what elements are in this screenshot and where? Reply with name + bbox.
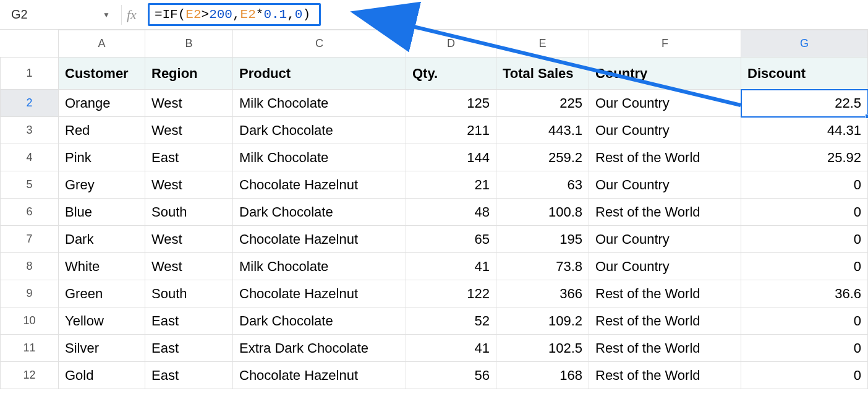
header-cell-G[interactable]: Discount	[741, 58, 868, 90]
cell-D6[interactable]: 48	[406, 199, 496, 226]
column-header-C[interactable]: C	[233, 30, 406, 58]
cell-A11[interactable]: Silver	[59, 335, 145, 362]
cell-A4[interactable]: Pink	[59, 144, 145, 171]
cell-C11[interactable]: Extra Dark Chocolate	[233, 335, 406, 362]
header-cell-F[interactable]: Country	[589, 58, 741, 90]
row-header-3[interactable]: 3	[1, 117, 59, 144]
cell-A2[interactable]: Orange	[59, 90, 145, 117]
cell-A3[interactable]: Red	[59, 117, 145, 144]
cell-B7[interactable]: West	[145, 226, 233, 253]
cell-F8[interactable]: Our Country	[589, 253, 741, 280]
header-cell-C[interactable]: Product	[233, 58, 406, 90]
name-box[interactable]: G2 ▼	[5, 4, 116, 26]
column-header-F[interactable]: F	[589, 30, 741, 58]
cell-D8[interactable]: 41	[406, 253, 496, 280]
cell-E4[interactable]: 259.2	[496, 144, 589, 171]
cell-F4[interactable]: Rest of the World	[589, 144, 741, 171]
cell-F5[interactable]: Our Country	[589, 171, 741, 199]
cell-F6[interactable]: Rest of the World	[589, 199, 741, 226]
cell-A10[interactable]: Yellow	[59, 307, 145, 335]
header-cell-B[interactable]: Region	[145, 58, 233, 90]
cell-E9[interactable]: 366	[496, 280, 589, 307]
cell-B3[interactable]: West	[145, 117, 233, 144]
cell-B6[interactable]: South	[145, 199, 233, 226]
formula-input[interactable]: =IF(E2>200,E2*0.1,0)	[148, 3, 321, 26]
cell-C4[interactable]: Milk Chocolate	[233, 144, 406, 171]
column-header-B[interactable]: B	[145, 30, 233, 58]
cell-F10[interactable]: Rest of the World	[589, 307, 741, 335]
cell-E8[interactable]: 73.8	[496, 253, 589, 280]
cell-C2[interactable]: Milk Chocolate	[233, 90, 406, 117]
name-box-dropdown-icon[interactable]: ▼	[103, 11, 110, 19]
cell-D10[interactable]: 52	[406, 307, 496, 335]
cell-B12[interactable]: East	[145, 362, 233, 389]
cell-D9[interactable]: 122	[406, 280, 496, 307]
cell-E5[interactable]: 63	[496, 171, 589, 199]
cell-E6[interactable]: 100.8	[496, 199, 589, 226]
cell-G3[interactable]: 44.31	[741, 117, 868, 144]
column-header-D[interactable]: D	[406, 30, 496, 58]
column-header-A[interactable]: A	[59, 30, 145, 58]
cell-G10[interactable]: 0	[741, 307, 868, 335]
cell-F3[interactable]: Our Country	[589, 117, 741, 144]
cell-E12[interactable]: 168	[496, 362, 589, 389]
cell-G11[interactable]: 0	[741, 335, 868, 362]
cell-E3[interactable]: 443.1	[496, 117, 589, 144]
cell-B5[interactable]: West	[145, 171, 233, 199]
cell-G5[interactable]: 0	[741, 171, 868, 199]
row-header-10[interactable]: 10	[1, 307, 59, 335]
row-header-4[interactable]: 4	[1, 144, 59, 171]
cell-B9[interactable]: South	[145, 280, 233, 307]
header-cell-A[interactable]: Customer	[59, 58, 145, 90]
cell-A9[interactable]: Green	[59, 280, 145, 307]
column-header-E[interactable]: E	[496, 30, 589, 58]
cell-F12[interactable]: Rest of the World	[589, 362, 741, 389]
cell-G12[interactable]: 0	[741, 362, 868, 389]
row-header-12[interactable]: 12	[1, 362, 59, 389]
row-header-8[interactable]: 8	[1, 253, 59, 280]
column-header-G[interactable]: G	[741, 30, 868, 58]
cell-D4[interactable]: 144	[406, 144, 496, 171]
cell-G9[interactable]: 36.6	[741, 280, 868, 307]
header-cell-D[interactable]: Qty.	[406, 58, 496, 90]
cell-D2[interactable]: 125	[406, 90, 496, 117]
cell-C3[interactable]: Dark Chocolate	[233, 117, 406, 144]
cell-B4[interactable]: East	[145, 144, 233, 171]
cell-D7[interactable]: 65	[406, 226, 496, 253]
cell-B2[interactable]: West	[145, 90, 233, 117]
cell-E7[interactable]: 195	[496, 226, 589, 253]
row-header-2[interactable]: 2	[1, 90, 59, 117]
cell-D3[interactable]: 211	[406, 117, 496, 144]
cell-F2[interactable]: Our Country	[589, 90, 741, 117]
cell-G8[interactable]: 0	[741, 253, 868, 280]
cell-A7[interactable]: Dark	[59, 226, 145, 253]
cell-D5[interactable]: 21	[406, 171, 496, 199]
cell-B11[interactable]: East	[145, 335, 233, 362]
row-header-6[interactable]: 6	[1, 199, 59, 226]
cell-F11[interactable]: Rest of the World	[589, 335, 741, 362]
cell-E11[interactable]: 102.5	[496, 335, 589, 362]
cell-B10[interactable]: East	[145, 307, 233, 335]
cell-C6[interactable]: Dark Chocolate	[233, 199, 406, 226]
cell-C12[interactable]: Chocolate Hazelnut	[233, 362, 406, 389]
cell-A6[interactable]: Blue	[59, 199, 145, 226]
row-header-1[interactable]: 1	[1, 58, 59, 90]
cell-G6[interactable]: 0	[741, 199, 868, 226]
cell-G7[interactable]: 0	[741, 226, 868, 253]
cell-C8[interactable]: Milk Chocolate	[233, 253, 406, 280]
spreadsheet-grid[interactable]: ABCDEFG 1CustomerRegionProductQty.Total …	[0, 30, 868, 389]
cell-C7[interactable]: Chocolate Hazelnut	[233, 226, 406, 253]
cell-G4[interactable]: 25.92	[741, 144, 868, 171]
row-header-7[interactable]: 7	[1, 226, 59, 253]
cell-B8[interactable]: West	[145, 253, 233, 280]
cell-A12[interactable]: Gold	[59, 362, 145, 389]
cell-E2[interactable]: 225	[496, 90, 589, 117]
cell-C5[interactable]: Chocolate Hazelnut	[233, 171, 406, 199]
select-all-corner[interactable]	[1, 30, 59, 58]
row-header-9[interactable]: 9	[1, 280, 59, 307]
cell-E10[interactable]: 109.2	[496, 307, 589, 335]
cell-F7[interactable]: Our Country	[589, 226, 741, 253]
row-header-11[interactable]: 11	[1, 335, 59, 362]
cell-G2[interactable]: 22.5	[741, 90, 868, 117]
cell-A8[interactable]: White	[59, 253, 145, 280]
